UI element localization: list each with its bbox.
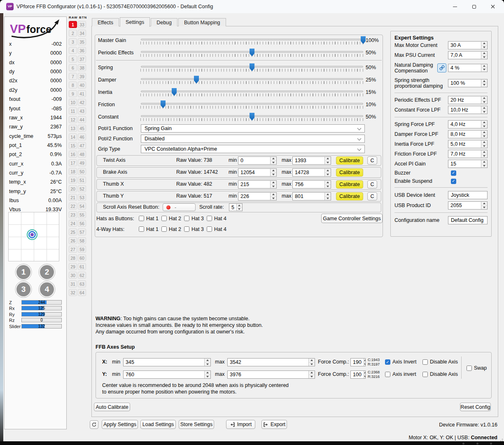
reset-config-button[interactable]: Reset Config [460,403,491,411]
ffb-max-spinbox-down-button[interactable] [309,375,315,379]
slider-track[interactable] [141,39,363,40]
expert-spinbox[interactable]: 7,0 A [448,51,488,59]
maximize-button[interactable] [464,0,483,13]
disable-axis-checkbox[interactable] [422,372,428,377]
calibrate-button[interactable]: Calibrate [336,168,363,177]
axis-min-spinbox-up-button[interactable] [271,157,276,161]
expert-spinbox[interactable]: 4,0 Hz [448,120,488,128]
axis-max-spinbox-down-button[interactable] [325,172,331,177]
import-button[interactable]: Import [226,420,255,429]
axis-min-spinbox-up-button[interactable] [271,193,276,196]
expert-spinbox[interactable]: 5,0 Hz [448,140,488,148]
four-way-hats-checkbox[interactable] [184,226,189,232]
expert-spinbox-down-button[interactable] [481,205,487,210]
expert-spinbox[interactable]: 20 Hz [448,96,488,104]
axis-max-spinbox-up-button[interactable] [325,169,331,172]
scroll-rate-spinbox[interactable]: 5 [229,203,243,211]
axis-max-spinbox[interactable]: 756 [292,180,331,189]
axis-invert-checkbox[interactable] [385,372,390,377]
expert-spinbox-down-button[interactable] [481,144,487,148]
tab-settings[interactable]: Settings [120,17,150,27]
ffb-min-spinbox-up-button[interactable] [205,359,210,362]
expert-spinbox[interactable]: 30 A [448,41,488,49]
apply-settings-button[interactable]: Apply Settings [102,420,138,429]
expert-spinbox-up-button[interactable] [481,79,487,83]
center-calibrate-button[interactable]: C [367,180,377,189]
axis-max-spinbox[interactable]: 14728 [292,168,331,177]
ffb-min-spinbox-down-button[interactable] [205,362,210,366]
expert-spinbox-down-button[interactable] [481,124,487,128]
ffb-min-spinbox[interactable]: 760 [123,370,211,379]
expert-spinbox-up-button[interactable] [481,96,487,100]
expert-spinbox-down-button[interactable] [481,164,487,168]
four-way-hats-checkbox[interactable] [139,226,144,232]
axis-min-spinbox[interactable]: 215 [238,180,277,189]
axis-min-spinbox-up-button[interactable] [271,181,276,184]
expert-spinbox-down-button[interactable] [481,134,487,138]
expert-spinbox-down-button[interactable] [481,100,487,104]
ffb-force-comp-spinbox[interactable]: 190 [350,358,366,366]
hats-as-buttons-checkbox[interactable] [161,216,167,221]
expert-spinbox[interactable]: 10,0 Hz [448,106,488,114]
tab-effects[interactable]: Effects [92,18,119,26]
refresh-button[interactable] [90,420,98,429]
ffb-force-comp-spinbox-down-button[interactable] [364,375,366,379]
minimize-button[interactable] [446,0,464,13]
axis-max-spinbox-up-button[interactable] [325,157,331,161]
expert-spinbox-down-button[interactable] [481,110,487,114]
ffb-force-comp-spinbox-down-button[interactable] [364,362,366,366]
axis-min-spinbox-up-button[interactable] [271,169,276,172]
pot2-function-select[interactable]: Disabled [141,135,365,143]
link-toggle-button[interactable] [437,63,446,72]
expert-spinbox[interactable]: 4 % [448,64,488,72]
four-way-hats-checkbox[interactable] [161,226,167,232]
ffb-max-spinbox-up-button[interactable] [309,359,315,362]
load-settings-button[interactable]: Load Settings [140,420,176,429]
tab-debug[interactable]: Debug [151,18,177,26]
store-settings-button[interactable]: Store Settings [179,420,214,429]
expert-spinbox-up-button[interactable] [481,106,487,110]
ffb-min-spinbox-up-button[interactable] [205,371,210,375]
expert-spinbox-down-button[interactable] [481,154,487,158]
ffb-force-comp-spinbox-up-button[interactable] [364,371,366,375]
expert-spinbox[interactable]: 8,0 Hz [448,130,488,138]
pot1-function-select[interactable]: Spring Gain [141,124,365,133]
disable-axis-checkbox[interactable] [422,359,428,365]
axis-min-spinbox-down-button[interactable] [271,172,276,177]
slider-track[interactable] [141,103,363,105]
four-way-hats-checkbox[interactable] [207,226,212,232]
expert-text-input[interactable]: Default Config [448,216,488,224]
axis-max-spinbox-down-button[interactable] [325,196,331,200]
expert-spinbox-down-button[interactable] [481,45,487,49]
expert-text-input[interactable]: Joystick [448,191,488,199]
expert-spinbox[interactable]: 7,0 Hz [448,150,488,158]
resize-grip[interactable] [499,437,503,441]
swap-axes-checkbox[interactable] [467,366,472,371]
expert-checkbox[interactable]: ✓ [451,170,456,176]
ffb-min-spinbox[interactable]: 345 [123,358,211,366]
axis-max-spinbox[interactable]: 1393 [292,156,331,165]
scroll-rate-spinbox-down-button[interactable] [237,207,242,211]
axis-min-spinbox-down-button[interactable] [271,184,276,189]
expert-spinbox-down-button[interactable] [481,55,487,59]
expert-checkbox[interactable]: ✓ [451,179,456,184]
close-button[interactable] [483,0,502,13]
calibrate-button[interactable]: Calibrate [336,192,363,200]
hats-as-buttons-checkbox[interactable] [207,216,212,221]
scroll-rate-spinbox-up-button[interactable] [237,204,242,207]
axis-max-spinbox-up-button[interactable] [325,193,331,196]
axis-min-spinbox[interactable]: 0 [238,156,277,165]
auto-calibrate-button[interactable]: Auto Calibrate [94,403,130,411]
ffb-max-spinbox[interactable]: 3542 [227,358,315,366]
axis-max-spinbox-down-button[interactable] [325,184,331,189]
expert-spinbox-up-button[interactable] [481,64,487,68]
expert-spinbox-up-button[interactable] [481,121,487,124]
expert-spinbox-up-button[interactable] [481,202,487,205]
axis-invert-checkbox[interactable]: ✓ [385,359,390,365]
axis-max-spinbox-down-button[interactable] [325,161,331,165]
center-calibrate-button[interactable]: C [367,192,377,200]
expert-spinbox-up-button[interactable] [481,130,487,134]
slider-track[interactable] [141,78,363,80]
axis-min-spinbox-down-button[interactable] [271,196,276,200]
expert-spinbox-up-button[interactable] [481,140,487,144]
